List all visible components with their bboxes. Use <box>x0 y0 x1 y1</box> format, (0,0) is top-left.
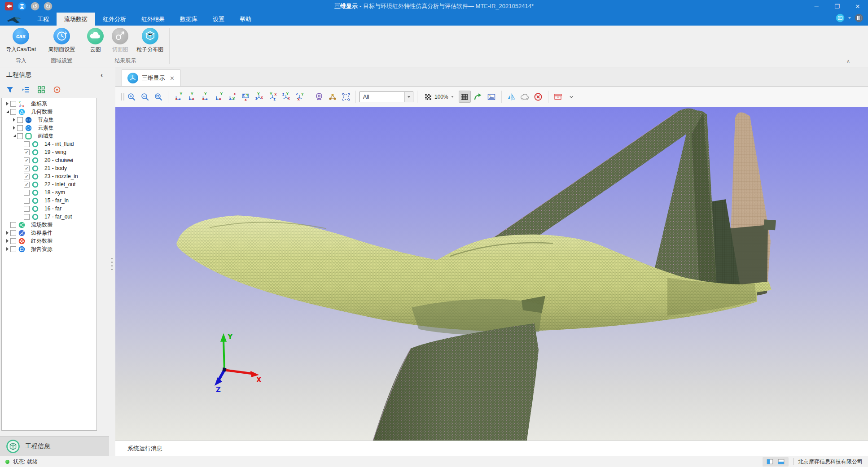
maximize-button[interactable]: ❐ <box>827 0 847 13</box>
zoom-fit-button[interactable] <box>152 91 164 103</box>
redo-icon[interactable]: ↻ <box>44 2 53 11</box>
view-left-button[interactable]: Yxz <box>199 91 211 103</box>
tree-row[interactable]: 18 - sym <box>2 188 96 196</box>
close-button[interactable]: ✕ <box>847 0 868 13</box>
display-filter-select[interactable]: All <box>359 92 413 102</box>
delete-all-button[interactable] <box>532 91 544 103</box>
dropdown-caret-icon[interactable] <box>847 15 852 21</box>
view-bottom-button[interactable]: zYx <box>239 91 251 103</box>
tree-row[interactable]: ✓23 - nozzle_in <box>2 172 96 180</box>
tree-row[interactable]: 边界条件 <box>2 229 96 237</box>
grid-icon[interactable] <box>37 85 46 94</box>
save-icon[interactable] <box>18 2 26 11</box>
tab-三维显示[interactable]: 三维显示✕ <box>122 70 180 86</box>
view-iso-b-button[interactable]: Yxz <box>266 91 278 103</box>
tree-expand-arrow[interactable] <box>11 125 17 131</box>
tree-row[interactable]: ✓22 - inlet_out <box>2 180 96 188</box>
tree-checkbox[interactable] <box>10 109 16 115</box>
probe-camera-button[interactable] <box>313 91 325 103</box>
tree-checkbox[interactable] <box>10 230 16 236</box>
tree-expand-arrow[interactable] <box>4 246 10 252</box>
tree-checkbox[interactable] <box>17 133 23 139</box>
panel-bottom-icon[interactable] <box>777 458 785 466</box>
view-top-button[interactable]: xzY <box>226 91 238 103</box>
tree-checkbox[interactable]: ✓ <box>24 174 30 179</box>
view-right-button[interactable]: Yzx <box>212 91 224 103</box>
combo-dropdown-button[interactable] <box>404 92 413 102</box>
target-icon[interactable] <box>53 85 61 94</box>
tree-checkbox[interactable] <box>24 190 30 196</box>
tree-row[interactable]: 节点集 <box>2 116 96 124</box>
tree-checkbox[interactable]: ✓ <box>24 166 30 171</box>
tree-row[interactable]: 流场数据 <box>2 221 96 229</box>
mirror-button[interactable] <box>505 91 517 103</box>
library-icon[interactable] <box>855 13 864 22</box>
cloud-outline-button[interactable] <box>519 91 531 103</box>
tree-row[interactable]: 几何数据 <box>2 108 96 116</box>
box-select-button[interactable] <box>340 91 352 103</box>
tree-expand-arrow[interactable] <box>11 117 17 123</box>
tree-checkbox[interactable] <box>24 141 30 147</box>
opacity-caret-icon[interactable] <box>451 94 454 100</box>
sidebar-collapse-button[interactable]: ‹ <box>101 71 103 79</box>
package-button[interactable] <box>552 91 564 103</box>
filter-icon[interactable] <box>5 85 14 94</box>
view-iso-a-button[interactable]: Yxz <box>253 91 265 103</box>
tree-row[interactable]: ✓21 - body <box>2 164 96 172</box>
grid-toggle-button[interactable] <box>459 91 471 103</box>
minimize-button[interactable]: ─ <box>806 0 827 13</box>
tree-expand-arrow[interactable] <box>4 238 10 244</box>
theme-icon[interactable] <box>836 13 845 22</box>
tree-expand-arrow[interactable] <box>4 109 10 115</box>
menu-item-设置[interactable]: 设置 <box>205 13 232 26</box>
tree-checkbox[interactable] <box>10 238 16 244</box>
tree-checkbox[interactable] <box>17 117 23 123</box>
tree-row[interactable]: ✓19 - wing <box>2 148 96 156</box>
tree-checkbox[interactable] <box>24 206 30 212</box>
menu-item-流场数据[interactable]: 流场数据 <box>57 13 95 26</box>
tree-checkbox[interactable]: ✓ <box>24 149 30 155</box>
tree-row[interactable]: 15 - far_in <box>2 196 96 205</box>
tree-checkbox[interactable] <box>10 222 16 228</box>
opacity-control[interactable]: 100% <box>421 93 457 101</box>
share-arrow-button[interactable] <box>472 91 484 103</box>
tree-row[interactable]: 面域集 <box>2 132 96 140</box>
tree-row[interactable]: 17 - far_out <box>2 213 96 221</box>
ribbon-button-周期面设置[interactable]: 周期面设置 <box>46 28 77 55</box>
view-iso-d-button[interactable]: zYx <box>293 91 305 103</box>
tree-checkbox[interactable] <box>24 214 30 220</box>
chevron-down-button[interactable] <box>566 91 578 103</box>
menu-item-红外分析[interactable]: 红外分析 <box>95 13 134 26</box>
export-icon[interactable] <box>4 2 13 11</box>
view-back-button[interactable]: Yzx <box>185 91 197 103</box>
ribbon-button-粒子分布图[interactable]: 粒子分布图 <box>134 28 166 55</box>
panel-splitter[interactable] <box>109 67 115 456</box>
view-front-button[interactable]: Yxz <box>172 91 184 103</box>
menu-item-数据库[interactable]: 数据库 <box>172 13 205 26</box>
tree-row[interactable]: 16 - far <box>2 205 96 213</box>
zoom-out-button[interactable] <box>139 91 151 103</box>
message-panel-header[interactable]: 系统运行消息 <box>115 441 868 456</box>
tree-row[interactable]: 报告资源 <box>2 245 96 253</box>
menu-item-工程[interactable]: 工程 <box>30 13 57 26</box>
tree-row[interactable]: Yzx坐标系 <box>2 100 96 108</box>
panel-left-icon[interactable] <box>766 458 774 466</box>
toolbar-grip[interactable] <box>118 92 123 102</box>
tree-expand-arrow[interactable] <box>11 133 17 139</box>
outline-list-icon[interactable] <box>21 85 30 94</box>
tree-expand-arrow[interactable] <box>4 230 10 236</box>
tree-checkbox[interactable] <box>24 198 30 204</box>
snapshot-button[interactable] <box>486 91 498 103</box>
tree-checkbox[interactable]: ✓ <box>24 157 30 163</box>
viewport-3d[interactable]: Y X Z <box>115 107 868 441</box>
tree-checkbox[interactable] <box>10 246 16 252</box>
particle-view-button[interactable] <box>326 91 338 103</box>
tree-row[interactable]: 元素集 <box>2 124 96 132</box>
tree-checkbox[interactable]: ✓ <box>24 182 30 188</box>
tab-close-icon[interactable]: ✕ <box>170 75 175 82</box>
tree-row[interactable]: 红外数据 <box>2 237 96 245</box>
zoom-in-button[interactable] <box>125 91 137 103</box>
ribbon-collapse-button[interactable]: ∧ <box>846 58 850 64</box>
tree-row[interactable]: ✓20 - chuiwei <box>2 156 96 164</box>
undo-icon[interactable]: ↺ <box>31 2 39 11</box>
